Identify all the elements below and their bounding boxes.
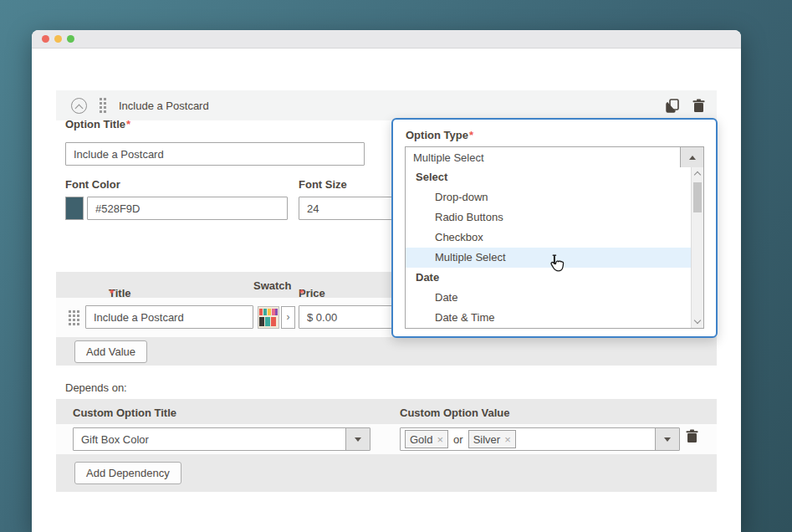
- option-title-label: Option Title*: [65, 118, 130, 130]
- option-type-label: Option Type*: [406, 129, 473, 141]
- value-swatch-thumbnail[interactable]: [258, 306, 279, 329]
- option-type-option-list: Select Drop-down Radio Buttons Checkbox …: [405, 167, 704, 329]
- values-table-footer: Add Value: [56, 337, 717, 366]
- dependency-table: Custom Option Title Custom Option Value …: [56, 399, 717, 492]
- option-item-date[interactable]: Date: [406, 288, 691, 308]
- duplicate-option-button[interactable]: [666, 99, 680, 113]
- close-window-icon[interactable]: [42, 35, 49, 43]
- row-drag-handle-icon[interactable]: [69, 310, 79, 325]
- option-title-input[interactable]: [65, 142, 365, 166]
- option-item-drop-down[interactable]: Drop-down: [406, 187, 691, 207]
- chevron-up-icon[interactable]: [680, 147, 703, 167]
- custom-option-value-header: Custom Option Value: [400, 407, 509, 419]
- option-panel-header: Include a Postcard: [56, 90, 717, 120]
- option-item-radio-buttons[interactable]: Radio Buttons: [406, 207, 691, 228]
- option-item-checkbox[interactable]: Checkbox: [406, 228, 691, 248]
- trash-icon: [686, 429, 698, 443]
- copy-icon: [666, 99, 680, 113]
- font-color-label: Font Color: [65, 178, 120, 191]
- hand-cursor-icon: [546, 253, 566, 277]
- value-chip-gold: Gold ×: [405, 430, 448, 448]
- custom-option-value-multiselect[interactable]: Gold × or Silver ×: [400, 427, 680, 451]
- minimize-window-icon[interactable]: [54, 35, 62, 43]
- remove-chip-icon[interactable]: ×: [437, 433, 443, 446]
- swatch-expand-button[interactable]: ›: [281, 306, 295, 329]
- delete-dependency-button[interactable]: [686, 429, 698, 443]
- drag-handle-icon[interactable]: [100, 98, 106, 113]
- app-window: Include a Postcard Option Title* Font Co…: [32, 30, 741, 532]
- dropdown-scrollbar[interactable]: [691, 167, 703, 328]
- dependency-table-footer: Add Dependency: [56, 454, 717, 492]
- trash-icon: [692, 99, 705, 113]
- font-size-label: Font Size: [299, 178, 347, 191]
- add-value-button[interactable]: Add Value: [74, 340, 147, 363]
- option-item-date-time[interactable]: Date & Time: [406, 308, 691, 328]
- font-color-input[interactable]: [87, 197, 288, 220]
- scrollbar-thumb[interactable]: [693, 182, 702, 212]
- depends-on-label: Depends on:: [65, 381, 127, 394]
- custom-option-title-select[interactable]: Gift Box Color: [73, 427, 370, 451]
- swatch-column-header: Swatch: [253, 279, 292, 292]
- chip-joiner-label: or: [453, 433, 463, 446]
- option-type-select[interactable]: Multiple Select: [405, 146, 704, 168]
- option-group-select: Select: [406, 167, 691, 187]
- chevron-down-icon[interactable]: [655, 428, 679, 450]
- option-type-dropdown-panel: Option Type* Multiple Select Select Drop…: [391, 118, 718, 338]
- add-dependency-button[interactable]: Add Dependency: [74, 462, 181, 484]
- dependency-row: Gift Box Color Gold × or Silver ×: [56, 424, 717, 454]
- dependency-table-header: Custom Option Title Custom Option Value: [56, 399, 717, 424]
- window-titlebar: [32, 30, 741, 49]
- delete-option-button[interactable]: [692, 99, 705, 113]
- value-chip-silver: Silver ×: [468, 430, 516, 448]
- font-color-swatch[interactable]: [65, 197, 84, 220]
- custom-option-title-header: Custom Option Title: [73, 407, 176, 419]
- zoom-window-icon[interactable]: [67, 35, 74, 43]
- scroll-up-icon[interactable]: [694, 171, 701, 178]
- chevron-down-icon[interactable]: [345, 428, 370, 450]
- option-panel-title: Include a Postcard: [119, 100, 209, 112]
- scroll-down-icon[interactable]: [694, 317, 701, 324]
- value-title-input[interactable]: [85, 305, 253, 329]
- remove-chip-icon[interactable]: ×: [504, 433, 511, 446]
- collapse-chevron-icon[interactable]: [71, 98, 87, 114]
